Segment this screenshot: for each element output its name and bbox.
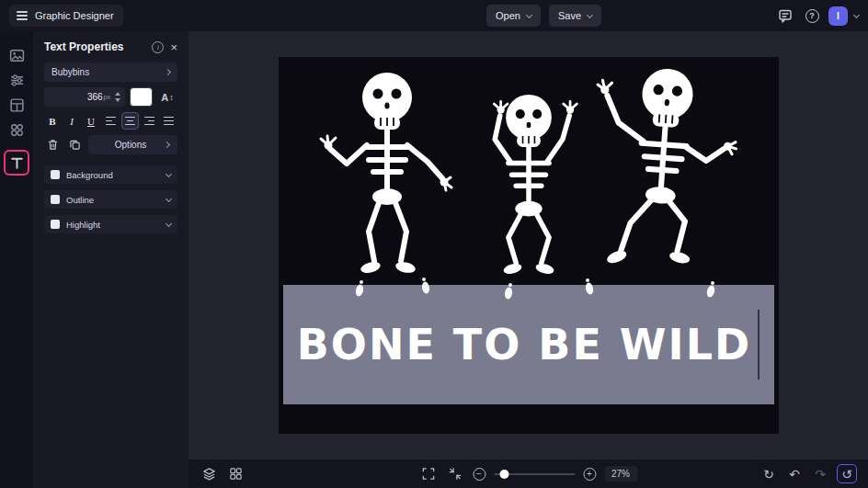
letter-a-icon: A: [161, 92, 168, 103]
size-increase-stepper[interactable]: [115, 92, 120, 96]
shrink-icon: [448, 467, 462, 481]
sliders-icon: [9, 73, 25, 88]
letter-spacing-button[interactable]: A ↕: [157, 87, 177, 107]
layout-icon: [9, 97, 25, 113]
align-justify-icon: [164, 117, 174, 125]
image-icon: [9, 48, 25, 63]
chevron-down-icon: [166, 195, 172, 201]
grid-icon: [229, 467, 243, 481]
skeletons-illustration: [279, 57, 779, 307]
chevron-down-icon: [526, 11, 532, 17]
delete-button[interactable]: [44, 136, 62, 153]
fullscreen-icon: [421, 467, 435, 481]
chevron-down-icon: [587, 11, 593, 17]
highlight-checkbox[interactable]: [51, 220, 60, 229]
zoom-in-button[interactable]: +: [583, 468, 596, 481]
top-bar: Graphic Designer Open Save ? I: [0, 0, 868, 31]
section-outline[interactable]: Outline: [44, 190, 177, 209]
close-icon[interactable]: ×: [170, 41, 177, 53]
canvas-background: BONE TO BE WILD: [188, 31, 868, 460]
duplicate-button[interactable]: [66, 136, 84, 153]
work-area: BONE TO BE WILD: [188, 31, 868, 488]
align-justify-button[interactable]: [160, 112, 177, 130]
section-label: Background: [66, 170, 113, 180]
trash-icon: [47, 139, 59, 151]
zoom-slider-knob[interactable]: [499, 470, 508, 479]
align-center-button[interactable]: [121, 112, 139, 130]
fit-screen-button[interactable]: [419, 465, 438, 483]
text-color-swatch[interactable]: [130, 87, 153, 107]
zoom-out-button[interactable]: −: [473, 468, 485, 481]
text-icon: [9, 155, 25, 171]
selected-text-element[interactable]: BONE TO BE WILD: [283, 285, 774, 404]
rail-item-text[interactable]: [6, 152, 28, 174]
app-title: Graphic Designer: [35, 10, 114, 21]
align-left-button[interactable]: [102, 112, 120, 130]
section-label: Highlight: [66, 220, 100, 230]
outline-checkbox[interactable]: [51, 195, 60, 204]
pages-button[interactable]: [226, 465, 245, 483]
rail-item-media[interactable]: [6, 44, 28, 66]
zoom-level: 27%: [604, 466, 637, 482]
tool-rail: [0, 31, 33, 488]
options-button[interactable]: Options: [88, 135, 177, 154]
bottom-toolbar: − + 27% ↻ ↶ ↷ ↺: [188, 460, 868, 488]
size-decrease-stepper[interactable]: [115, 98, 120, 102]
layers-button[interactable]: [200, 465, 218, 483]
undo-button[interactable]: ↶: [785, 465, 804, 483]
hamburger-menu-icon: [17, 11, 28, 20]
chevron-right-icon: [165, 69, 171, 75]
open-button-label: Open: [496, 10, 520, 21]
history-button[interactable]: ↺: [837, 464, 857, 483]
chevron-down-icon: [166, 220, 172, 226]
font-size-value: 366: [87, 92, 103, 102]
rail-item-adjustments[interactable]: [6, 69, 28, 91]
align-right-button[interactable]: [141, 112, 158, 130]
chevron-down-icon: [166, 170, 172, 176]
options-label: Options: [97, 140, 165, 150]
italic-button[interactable]: I: [63, 112, 80, 130]
rail-item-templates[interactable]: [6, 94, 28, 116]
font-size-unit: px: [104, 94, 110, 100]
panel-title: Text Properties: [44, 40, 145, 53]
topbar-right: ? I: [775, 6, 859, 26]
font-family-select[interactable]: Bubybins: [44, 62, 177, 82]
align-center-icon: [125, 117, 135, 125]
rail-item-elements[interactable]: [6, 119, 28, 141]
account-chevron-down-icon[interactable]: [853, 11, 860, 17]
feedback-button[interactable]: [775, 6, 795, 26]
font-family-value: Bubybins: [51, 67, 166, 77]
underline-button[interactable]: U: [83, 112, 99, 130]
font-size-input[interactable]: 366 px: [44, 87, 125, 107]
app-menu-chip[interactable]: Graphic Designer: [9, 5, 123, 27]
chevron-right-icon: [164, 142, 170, 148]
section-label: Outline: [66, 195, 94, 205]
bold-button[interactable]: B: [44, 112, 61, 130]
chat-icon: [778, 8, 793, 23]
save-button-label: Save: [558, 10, 581, 21]
file-actions: Open Save: [486, 5, 601, 27]
artboard[interactable]: BONE TO BE WILD: [279, 57, 779, 434]
save-button[interactable]: Save: [549, 5, 601, 27]
shapes-icon: [9, 122, 25, 138]
duplicate-icon: [69, 139, 81, 151]
zoom-slider[interactable]: [494, 473, 575, 475]
section-highlight[interactable]: Highlight: [44, 215, 177, 233]
text-cursor: [758, 310, 760, 380]
align-left-icon: [106, 117, 116, 125]
info-icon[interactable]: i: [152, 41, 164, 53]
redo-button[interactable]: ↷: [811, 465, 829, 483]
avatar[interactable]: I: [828, 6, 848, 26]
help-button[interactable]: ?: [802, 6, 822, 26]
align-right-icon: [144, 117, 154, 125]
refresh-button[interactable]: ↻: [760, 465, 778, 483]
text-properties-panel: Text Properties i × Bubybins 366 px A ↕: [33, 31, 188, 488]
help-icon: ?: [805, 9, 819, 23]
open-button[interactable]: Open: [486, 5, 541, 27]
background-checkbox[interactable]: [51, 170, 60, 179]
layers-icon: [202, 467, 216, 481]
canvas-headline-text[interactable]: BONE TO BE WILD: [297, 320, 751, 369]
updown-arrows-icon: ↕: [169, 93, 174, 102]
section-background[interactable]: Background: [44, 165, 177, 184]
zoom-to-fit-button[interactable]: [446, 465, 464, 483]
